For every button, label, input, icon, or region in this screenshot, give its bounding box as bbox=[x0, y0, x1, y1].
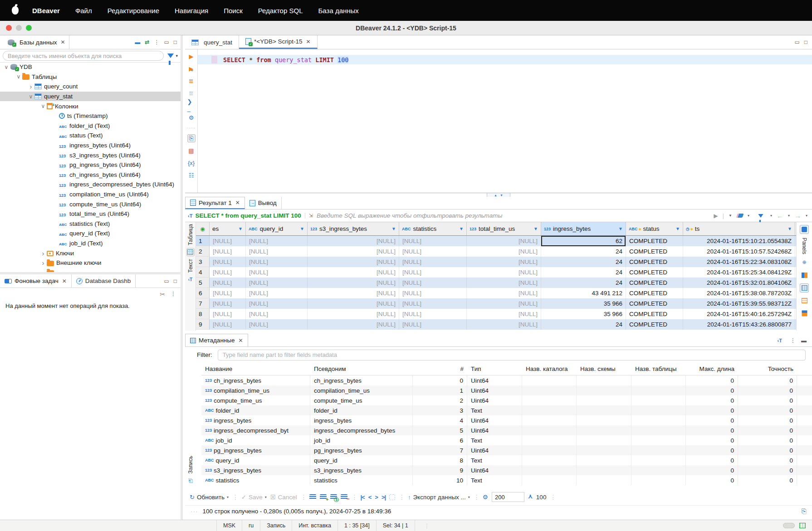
metadata-cell-maxlen[interactable]: 0 bbox=[686, 455, 738, 465]
minimize-editor-icon[interactable]: ▭ bbox=[794, 39, 799, 45]
grid-cell[interactable]: [NULL] bbox=[308, 288, 399, 298]
metadata-cell-type[interactable]: Text bbox=[467, 475, 522, 485]
tree-twisty-icon[interactable] bbox=[15, 73, 22, 80]
filter-dropdown-icon[interactable]: ▾ bbox=[176, 54, 178, 58]
metadata-cell-maxlen[interactable]: 0 bbox=[686, 435, 738, 445]
metadata-cell-schema[interactable] bbox=[577, 445, 631, 455]
select-all-corner[interactable]: ◉ bbox=[196, 222, 210, 235]
metadata-cell-type[interactable]: Uint64 bbox=[467, 395, 522, 405]
metadata-cell-num[interactable]: 2 bbox=[413, 395, 467, 405]
metadata-cell-table[interactable] bbox=[631, 425, 686, 435]
status-more-icon[interactable]: ··· bbox=[191, 508, 198, 515]
presentation-tab-text[interactable]: Текст bbox=[187, 259, 194, 273]
tree-item[interactable]: folder_id (Text) bbox=[0, 121, 181, 131]
grid-cell[interactable]: [NULL] bbox=[210, 278, 246, 288]
metadata-cell-maxlen[interactable]: 0 bbox=[686, 395, 738, 405]
grid-cell[interactable]: [NULL] bbox=[399, 278, 467, 288]
tab-background-tasks[interactable]: Фоновые задач ✕ bbox=[0, 274, 72, 287]
metadata-cell-precision[interactable]: 0 bbox=[738, 405, 797, 415]
grid-cell[interactable]: [NULL] bbox=[246, 257, 308, 267]
metadata-cell-table[interactable] bbox=[631, 385, 686, 395]
row-number[interactable]: 1 bbox=[196, 236, 210, 246]
metadata-cell-catalog[interactable] bbox=[522, 415, 577, 425]
metadata-cell-catalog[interactable] bbox=[522, 435, 577, 445]
metadata-cell-catalog[interactable] bbox=[522, 465, 577, 475]
metadata-cell-schema[interactable] bbox=[577, 415, 631, 425]
metadata-cell-name[interactable]: ABCfolder_id bbox=[201, 405, 310, 415]
metadata-cell-catalog[interactable] bbox=[522, 375, 577, 385]
grid-cell[interactable]: [NULL] bbox=[399, 288, 467, 298]
tab-databases[interactable]: Базы данных ✕ bbox=[4, 35, 69, 49]
row-number[interactable]: 8 bbox=[196, 309, 210, 319]
close-icon[interactable]: ✕ bbox=[61, 39, 65, 45]
grid-cell[interactable]: 2024-01-16T15:38:08.787203Z bbox=[683, 288, 795, 298]
metadata-cell-precision[interactable]: 0 bbox=[738, 375, 797, 385]
grid-cell[interactable]: [NULL] bbox=[467, 288, 541, 298]
metadata-cell-maxlen[interactable]: 0 bbox=[686, 385, 738, 395]
grid-cell[interactable]: [NULL] bbox=[308, 236, 399, 246]
tree-item[interactable]: Внешние ключи bbox=[0, 258, 181, 268]
sql-editor-content[interactable]: SELECT * from query_stat LIMIT 100 bbox=[198, 49, 812, 193]
metadata-cell-maxlen[interactable]: 0 bbox=[686, 445, 738, 455]
tab-sql-script[interactable]: *<YDB> Script-15 ✕ bbox=[239, 35, 318, 49]
fetch-size-input[interactable] bbox=[492, 492, 524, 502]
grid-cell[interactable]: 2024-01-16T15:43:26.8800877 bbox=[683, 319, 795, 330]
metadata-cell-schema[interactable] bbox=[577, 455, 631, 465]
grid-cell[interactable]: 2024-01-16T15:40:16.257294Z bbox=[683, 309, 795, 319]
grid-cell[interactable]: [NULL] bbox=[210, 298, 246, 309]
tree-twisty-icon[interactable] bbox=[39, 259, 47, 267]
collapse-all-icon[interactable]: ▬ bbox=[135, 39, 140, 45]
splitter-down-icon[interactable]: ▼ bbox=[500, 194, 503, 197]
filter-forward-dropdown-icon[interactable]: ▾ bbox=[806, 214, 807, 218]
metadata-cell-table[interactable] bbox=[631, 455, 686, 465]
metadata-cell-alias[interactable]: ingress_decompressed_bytes bbox=[310, 425, 413, 435]
grid-cell[interactable]: [NULL] bbox=[210, 267, 246, 278]
grid-cell[interactable]: 2024-01-16T15:39:55.983712Z bbox=[683, 298, 795, 309]
tree-item[interactable]: statistics (Text) bbox=[0, 219, 181, 229]
duplicate-row-icon[interactable] bbox=[330, 494, 337, 500]
grid-cell[interactable]: 24 bbox=[541, 319, 626, 330]
metadata-row[interactable]: ABCjob_id job_id 6 Text 0 0 bbox=[201, 435, 812, 445]
column-dropdown-icon[interactable]: ▼ bbox=[788, 226, 792, 231]
metadata-cell-schema[interactable] bbox=[577, 385, 631, 395]
metadata-cell-schema[interactable] bbox=[577, 425, 631, 435]
filter-icon[interactable] bbox=[167, 54, 174, 58]
metadata-row[interactable]: 123ingress_decompressed_byt ingress_deco… bbox=[201, 425, 812, 435]
metadata-cell-table[interactable] bbox=[631, 395, 686, 405]
grid-cell[interactable]: [NULL] bbox=[210, 257, 246, 267]
metadata-cell-alias[interactable]: compute_time_us bbox=[310, 395, 413, 405]
row-number[interactable]: 3 bbox=[196, 257, 210, 267]
metadata-cell-type[interactable]: Uint64 bbox=[467, 465, 522, 475]
metadata-cell-maxlen[interactable]: 0 bbox=[686, 475, 738, 485]
grid-cell[interactable]: 2024-01-16T15:22:34.083108Z bbox=[683, 257, 795, 267]
clear-filter-dropdown-icon[interactable]: ▾ bbox=[748, 214, 749, 218]
metadata-text-icon[interactable]: ‹T bbox=[778, 338, 782, 343]
caret-position-indicator[interactable]: 1 : 35 [34] bbox=[338, 520, 377, 531]
tree-item[interactable]: ingress_bytes (Uint64) bbox=[0, 141, 181, 151]
grid-cell[interactable]: [NULL] bbox=[246, 298, 308, 309]
column-header[interactable]: 123 ingress_bytes ▼ bbox=[541, 222, 626, 235]
metadata-cell-alias[interactable]: job_id bbox=[310, 435, 413, 445]
metadata-row[interactable]: 123pg_ingress_bytes pg_ingress_bytes 7 U… bbox=[201, 445, 812, 455]
execute-new-tab-icon[interactable]: ▶+ bbox=[187, 64, 196, 73]
grid-cell[interactable]: [NULL] bbox=[210, 288, 246, 298]
row-number[interactable]: 6 bbox=[196, 288, 210, 298]
metadata-filter-input[interactable] bbox=[218, 350, 806, 360]
tree-twisty-icon[interactable] bbox=[39, 249, 47, 257]
view-menu-icon[interactable]: ⋮ bbox=[154, 39, 159, 45]
grid-cell[interactable]: COMPLETED bbox=[626, 319, 683, 330]
metadata-cell-alias[interactable]: pg_ingress_bytes bbox=[310, 445, 413, 455]
grouping-panel-icon[interactable] bbox=[800, 271, 809, 280]
metadata-col-schema[interactable]: Назв. схемы bbox=[577, 365, 631, 372]
sql-statement[interactable]: SELECT * from query_stat LIMIT 100 bbox=[223, 56, 348, 63]
grid-cell[interactable]: [NULL] bbox=[399, 267, 467, 278]
export-from-query-icon[interactable]: ⎘ bbox=[187, 134, 196, 142]
first-page-icon[interactable]: |< bbox=[360, 494, 364, 501]
metadata-cell-type[interactable]: Uint64 bbox=[467, 385, 522, 395]
add-row-icon[interactable] bbox=[320, 494, 327, 500]
edit-cell-icon[interactable] bbox=[309, 494, 316, 500]
grid-cell[interactable]: [NULL] bbox=[308, 246, 399, 257]
grid-cell[interactable]: 2024-01-16T15:32:01.804106Z bbox=[683, 278, 795, 288]
grid-cell[interactable]: 24 bbox=[541, 257, 626, 267]
metadata-cell-name[interactable]: ABCstatistics bbox=[201, 475, 310, 485]
